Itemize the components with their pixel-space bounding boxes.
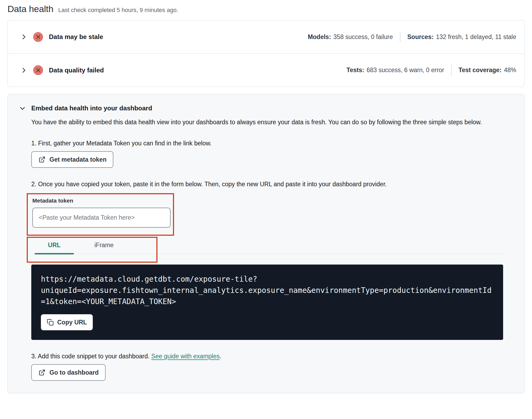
status-row-stats: Tests: 683 success, 6 warn, 0 error Test… [346, 65, 516, 76]
stat-label: Tests: [346, 67, 364, 74]
output-tabs: URL iFrame [31, 237, 503, 254]
step-3-suffix: . [220, 353, 221, 360]
step-3-text: 3. Add this code snippet to your dashboa… [31, 353, 514, 360]
external-link-icon [38, 156, 45, 163]
chevron-down-icon[interactable] [19, 105, 26, 112]
embed-section-card: Embed data health into your dashboard Yo… [7, 94, 525, 393]
embed-url-text: https://metadata.cloud.getdbt.com/exposu… [41, 274, 494, 307]
metadata-token-label: Metadata token [32, 197, 173, 204]
metadata-token-input[interactable] [32, 208, 171, 228]
stat-label: Test coverage: [458, 67, 502, 74]
last-check-status: Last check completed 5 hours, 9 minutes … [58, 7, 178, 14]
get-metadata-token-label: Get metadata token [49, 156, 106, 163]
chevron-right-icon[interactable] [20, 67, 27, 74]
status-row-quality[interactable]: Data quality failed Tests: 683 success, … [8, 53, 524, 87]
data-health-page: Data health Last check completed 5 hours… [0, 0, 532, 393]
copy-url-button[interactable]: Copy URL [41, 314, 93, 330]
stat-label: Sources: [407, 33, 434, 41]
stat-value: 132 fresh, 1 delayed, 11 stale [436, 33, 516, 41]
stats-divider [400, 31, 400, 42]
step-3-prefix: 3. Add this code snippet to your dashboa… [31, 353, 151, 360]
external-link-icon [38, 369, 45, 376]
go-to-dashboard-label: Go to dashboard [49, 369, 99, 376]
x-circle-icon [33, 32, 43, 42]
status-row-title: Data quality failed [49, 67, 104, 74]
stat-value: 683 success, 6 warn, 0 error [367, 67, 444, 74]
stat-label: Models: [308, 33, 331, 41]
embed-section-header[interactable]: Embed data health into your dashboard [19, 104, 514, 112]
status-row-stats: Models: 358 success, 0 failure Sources: … [308, 31, 516, 42]
page-title: Data health [7, 4, 53, 14]
embed-description: You have the ability to embed this data … [31, 117, 486, 127]
status-row-title: Data may be stale [49, 33, 103, 41]
embed-section-title: Embed data health into your dashboard [31, 104, 152, 112]
embed-url-code-block: https://metadata.cloud.getdbt.com/exposu… [31, 265, 503, 340]
tab-url[interactable]: URL [35, 237, 74, 254]
go-to-dashboard-button[interactable]: Go to dashboard [31, 364, 106, 381]
status-row-stale[interactable]: Data may be stale Models: 358 success, 0… [8, 20, 524, 53]
stats-divider [451, 65, 452, 76]
copy-url-label: Copy URL [57, 319, 87, 326]
x-circle-icon [33, 65, 43, 75]
stat-value: 358 success, 0 failure [333, 33, 393, 41]
annotation-box-token: Metadata token [27, 193, 174, 236]
step-1-text: 1. First, gather your Metadata Token you… [31, 140, 514, 147]
guide-link[interactable]: See guide with examples [151, 353, 220, 360]
step-2-text: 2. Once you have copied your token, past… [31, 181, 514, 188]
tab-bar: URL iFrame [31, 237, 503, 254]
embed-section-body: You have the ability to embed this data … [31, 117, 514, 381]
stat-value: 48% [504, 67, 516, 74]
chevron-right-icon[interactable] [20, 33, 27, 40]
get-metadata-token-button[interactable]: Get metadata token [31, 151, 113, 168]
tab-iframe[interactable]: iFrame [84, 237, 124, 254]
copy-icon [47, 319, 54, 326]
page-header: Data health Last check completed 5 hours… [7, 4, 525, 14]
status-card: Data may be stale Models: 358 success, 0… [7, 20, 525, 87]
